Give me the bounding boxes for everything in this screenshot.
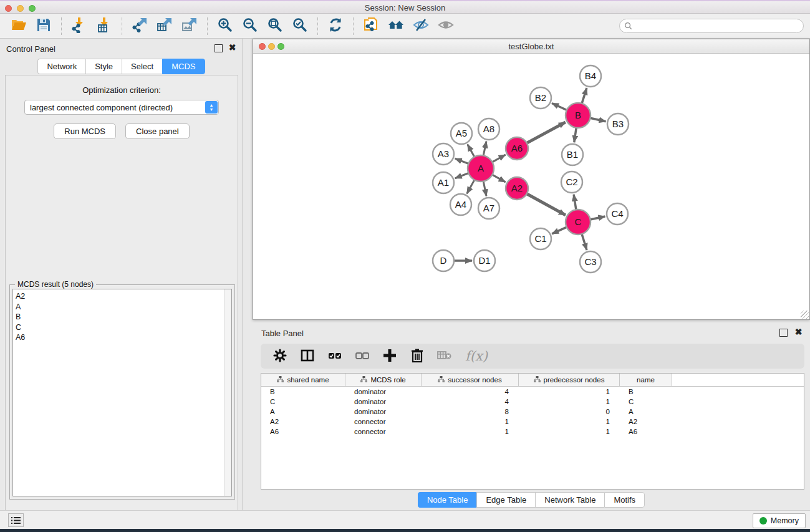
select-all-button[interactable] xyxy=(323,346,347,367)
zoom-in-button[interactable] xyxy=(213,15,238,37)
graph-node-C[interactable]: C xyxy=(566,210,591,235)
table-cell[interactable]: C xyxy=(620,398,672,405)
table-cell[interactable]: 1 xyxy=(519,388,620,395)
resize-grip[interactable] xyxy=(801,311,809,319)
optimization-criterion-select[interactable]: largest connected component (directed) ▲… xyxy=(24,100,219,115)
table-cell[interactable]: B xyxy=(620,388,672,395)
graph-edge-A-A4[interactable] xyxy=(467,180,475,193)
close-panel-icon[interactable]: ✖ xyxy=(228,44,236,52)
close-panel-button[interactable]: Close panel xyxy=(125,123,190,139)
graph-node-A3[interactable]: A3 xyxy=(433,143,454,165)
graph-node-A1[interactable]: A1 xyxy=(433,172,454,193)
table-cell[interactable]: 1 xyxy=(519,418,620,425)
mcds-result-item[interactable]: C xyxy=(16,322,231,333)
table-cell[interactable]: 1 xyxy=(422,428,519,435)
export-image-button[interactable] xyxy=(177,15,202,37)
graph-edge-A-A1[interactable] xyxy=(455,173,469,178)
graph-edge-B-B2[interactable] xyxy=(552,104,567,110)
table-cell[interactable]: A2 xyxy=(620,418,672,425)
table-cell[interactable]: connector xyxy=(345,418,422,425)
table-cell[interactable]: 0 xyxy=(519,408,620,415)
table-cell[interactable]: 4 xyxy=(422,398,519,405)
graph-node-B3[interactable]: B3 xyxy=(607,114,629,135)
table-cell[interactable]: 1 xyxy=(519,398,620,405)
table-cell[interactable]: 8 xyxy=(422,408,519,415)
graph-edge-B-B1[interactable] xyxy=(574,128,576,142)
zoom-fit-button[interactable] xyxy=(263,15,287,37)
table-cell[interactable]: dominator xyxy=(345,408,422,415)
mcds-result-item[interactable]: A xyxy=(16,302,231,312)
table-cell[interactable]: dominator xyxy=(345,398,422,405)
deselect-all-button[interactable] xyxy=(350,346,374,367)
export-table-button[interactable] xyxy=(152,15,177,37)
table-row[interactable]: Cdominator41C xyxy=(261,397,804,407)
graph-edge-B-B3[interactable] xyxy=(591,118,606,121)
table-cell[interactable]: 1 xyxy=(519,428,620,435)
node-table[interactable]: shared nameMCDS rolesuccessor nodesprede… xyxy=(261,373,804,490)
graph-node-A4[interactable]: A4 xyxy=(450,194,471,215)
save-session-button[interactable] xyxy=(31,15,56,37)
graph-node-A8[interactable]: A8 xyxy=(478,118,499,140)
graph-edge-A-A6[interactable] xyxy=(492,155,505,162)
column-header-shared-name[interactable]: shared name xyxy=(261,374,345,386)
graph-edge-C-C2[interactable] xyxy=(574,195,576,210)
zoom-selected-button[interactable] xyxy=(287,15,312,37)
table-row[interactable]: Adominator80A xyxy=(261,407,804,417)
tab-node-table[interactable]: Node Table xyxy=(418,492,477,508)
graph-edge-C-C3[interactable] xyxy=(582,234,587,250)
graph-edge-A-A2[interactable] xyxy=(492,175,505,182)
tab-network[interactable]: Network xyxy=(37,59,85,74)
table-row[interactable]: A6connector11A6 xyxy=(261,427,804,437)
column-header-MCDS-role[interactable]: MCDS role xyxy=(345,374,422,386)
table-cell[interactable]: C xyxy=(261,398,345,405)
tab-network-table[interactable]: Network Table xyxy=(535,492,604,508)
table-cell[interactable]: A xyxy=(261,408,345,415)
home-views-button[interactable] xyxy=(383,15,408,37)
table-cell[interactable]: connector xyxy=(345,428,422,435)
scrollbar[interactable] xyxy=(224,289,231,496)
import-table-button[interactable] xyxy=(92,15,117,37)
graph-node-C1[interactable]: C1 xyxy=(530,228,551,249)
import-network-button[interactable] xyxy=(67,15,92,37)
network-canvas[interactable]: B4B2BB3A8A5A6A3B1AC2A1A2A4A7C4CC1C3DD1 xyxy=(253,54,809,319)
table-cell[interactable]: 4 xyxy=(422,388,519,395)
table-cell[interactable]: A2 xyxy=(261,418,345,425)
close-table-panel-icon[interactable]: ✖ xyxy=(794,329,803,337)
graph-edge-B-B4[interactable] xyxy=(582,88,587,104)
graph-node-D[interactable]: D xyxy=(433,250,454,271)
table-row[interactable]: A2connector11A2 xyxy=(261,417,804,427)
graph-node-C3[interactable]: C3 xyxy=(580,251,601,273)
column-header-predecessor-nodes[interactable]: predecessor nodes xyxy=(519,374,620,386)
tab-style[interactable]: Style xyxy=(85,59,122,74)
graph-node-A7[interactable]: A7 xyxy=(478,198,499,219)
search-box[interactable] xyxy=(619,19,804,33)
graph-edge-A6-B[interactable] xyxy=(527,122,566,143)
split-panel-button[interactable] xyxy=(296,346,319,367)
mcds-result-list[interactable]: A2ABCA6 xyxy=(12,289,232,496)
table-cell[interactable]: A6 xyxy=(620,428,672,435)
export-network-button[interactable] xyxy=(127,15,152,37)
graph-node-B2[interactable]: B2 xyxy=(530,87,551,109)
table-cell[interactable]: 1 xyxy=(422,418,519,425)
refresh-view-button[interactable] xyxy=(323,15,348,37)
table-cell[interactable]: dominator xyxy=(345,388,422,395)
tab-edge-table[interactable]: Edge Table xyxy=(476,492,535,508)
float-table-panel-icon[interactable] xyxy=(779,329,788,337)
tab-motifs[interactable]: Motifs xyxy=(604,492,645,508)
memory-button[interactable]: Memory xyxy=(753,513,806,528)
graph-node-B1[interactable]: B1 xyxy=(562,144,583,165)
mcds-result-item[interactable]: B xyxy=(16,312,231,322)
open-file-button[interactable] xyxy=(6,15,31,37)
graph-node-A5[interactable]: A5 xyxy=(451,123,472,144)
graph-node-A[interactable]: A xyxy=(468,155,494,181)
float-panel-icon[interactable] xyxy=(215,44,223,52)
table-cell[interactable]: B xyxy=(261,388,345,395)
network-window-titlebar[interactable]: testGlobe.txt xyxy=(253,39,809,54)
graph-edge-A2-C[interactable] xyxy=(527,194,566,215)
graph-edge-A-A7[interactable] xyxy=(483,181,486,196)
graph-edge-A-A8[interactable] xyxy=(483,142,486,156)
show-eye-button[interactable] xyxy=(433,15,458,37)
mcds-result-item[interactable]: A2 xyxy=(16,291,231,302)
graph-edge-A-A3[interactable] xyxy=(455,158,469,163)
table-cell[interactable]: A6 xyxy=(261,428,345,435)
